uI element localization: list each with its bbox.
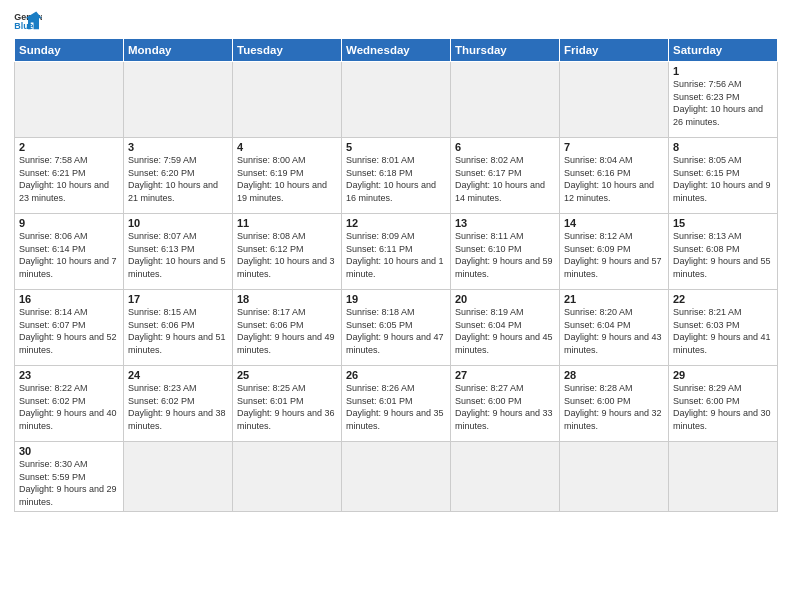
day-number: 2 <box>19 141 119 153</box>
calendar-cell: 5Sunrise: 8:01 AMSunset: 6:18 PMDaylight… <box>342 138 451 214</box>
day-info: Sunrise: 8:07 AMSunset: 6:13 PMDaylight:… <box>128 230 228 280</box>
day-number: 25 <box>237 369 337 381</box>
calendar-cell: 10Sunrise: 8:07 AMSunset: 6:13 PMDayligh… <box>124 214 233 290</box>
day-number: 17 <box>128 293 228 305</box>
calendar-cell: 6Sunrise: 8:02 AMSunset: 6:17 PMDaylight… <box>451 138 560 214</box>
logo-icon: General Blue <box>14 10 42 32</box>
calendar-cell: 15Sunrise: 8:13 AMSunset: 6:08 PMDayligh… <box>669 214 778 290</box>
calendar-cell <box>342 62 451 138</box>
weekday-header-friday: Friday <box>560 39 669 62</box>
day-info: Sunrise: 8:12 AMSunset: 6:09 PMDaylight:… <box>564 230 664 280</box>
day-number: 5 <box>346 141 446 153</box>
day-info: Sunrise: 8:04 AMSunset: 6:16 PMDaylight:… <box>564 154 664 204</box>
calendar-cell: 24Sunrise: 8:23 AMSunset: 6:02 PMDayligh… <box>124 366 233 442</box>
calendar-cell <box>124 442 233 512</box>
calendar-cell <box>451 62 560 138</box>
calendar-cell: 21Sunrise: 8:20 AMSunset: 6:04 PMDayligh… <box>560 290 669 366</box>
day-info: Sunrise: 8:11 AMSunset: 6:10 PMDaylight:… <box>455 230 555 280</box>
day-info: Sunrise: 8:05 AMSunset: 6:15 PMDaylight:… <box>673 154 773 204</box>
weekday-header-row: SundayMondayTuesdayWednesdayThursdayFrid… <box>15 39 778 62</box>
day-info: Sunrise: 8:06 AMSunset: 6:14 PMDaylight:… <box>19 230 119 280</box>
calendar-cell <box>451 442 560 512</box>
calendar-cell <box>233 62 342 138</box>
day-info: Sunrise: 8:29 AMSunset: 6:00 PMDaylight:… <box>673 382 773 432</box>
day-info: Sunrise: 8:18 AMSunset: 6:05 PMDaylight:… <box>346 306 446 356</box>
calendar-cell: 25Sunrise: 8:25 AMSunset: 6:01 PMDayligh… <box>233 366 342 442</box>
day-number: 20 <box>455 293 555 305</box>
week-row-4: 16Sunrise: 8:14 AMSunset: 6:07 PMDayligh… <box>15 290 778 366</box>
day-info: Sunrise: 8:25 AMSunset: 6:01 PMDaylight:… <box>237 382 337 432</box>
weekday-header-wednesday: Wednesday <box>342 39 451 62</box>
day-number: 18 <box>237 293 337 305</box>
weekday-header-thursday: Thursday <box>451 39 560 62</box>
calendar-cell: 14Sunrise: 8:12 AMSunset: 6:09 PMDayligh… <box>560 214 669 290</box>
day-info: Sunrise: 8:14 AMSunset: 6:07 PMDaylight:… <box>19 306 119 356</box>
week-row-2: 2Sunrise: 7:58 AMSunset: 6:21 PMDaylight… <box>15 138 778 214</box>
day-number: 16 <box>19 293 119 305</box>
calendar-cell: 9Sunrise: 8:06 AMSunset: 6:14 PMDaylight… <box>15 214 124 290</box>
day-number: 22 <box>673 293 773 305</box>
day-number: 19 <box>346 293 446 305</box>
weekday-header-sunday: Sunday <box>15 39 124 62</box>
day-info: Sunrise: 7:56 AMSunset: 6:23 PMDaylight:… <box>673 78 773 128</box>
calendar-cell <box>233 442 342 512</box>
calendar-cell: 1Sunrise: 7:56 AMSunset: 6:23 PMDaylight… <box>669 62 778 138</box>
calendar-cell: 20Sunrise: 8:19 AMSunset: 6:04 PMDayligh… <box>451 290 560 366</box>
weekday-header-monday: Monday <box>124 39 233 62</box>
day-info: Sunrise: 8:27 AMSunset: 6:00 PMDaylight:… <box>455 382 555 432</box>
calendar-cell: 16Sunrise: 8:14 AMSunset: 6:07 PMDayligh… <box>15 290 124 366</box>
calendar-cell <box>342 442 451 512</box>
day-info: Sunrise: 8:17 AMSunset: 6:06 PMDaylight:… <box>237 306 337 356</box>
calendar-cell <box>669 442 778 512</box>
day-number: 4 <box>237 141 337 153</box>
day-number: 8 <box>673 141 773 153</box>
calendar-cell: 29Sunrise: 8:29 AMSunset: 6:00 PMDayligh… <box>669 366 778 442</box>
calendar-cell: 19Sunrise: 8:18 AMSunset: 6:05 PMDayligh… <box>342 290 451 366</box>
day-number: 26 <box>346 369 446 381</box>
calendar-cell: 7Sunrise: 8:04 AMSunset: 6:16 PMDaylight… <box>560 138 669 214</box>
logo: General Blue <box>14 10 42 32</box>
calendar-cell: 11Sunrise: 8:08 AMSunset: 6:12 PMDayligh… <box>233 214 342 290</box>
page: General Blue SundayMondayTuesdayWednesda… <box>0 0 792 612</box>
day-number: 10 <box>128 217 228 229</box>
day-info: Sunrise: 7:58 AMSunset: 6:21 PMDaylight:… <box>19 154 119 204</box>
calendar-cell: 8Sunrise: 8:05 AMSunset: 6:15 PMDaylight… <box>669 138 778 214</box>
week-row-6: 30Sunrise: 8:30 AMSunset: 5:59 PMDayligh… <box>15 442 778 512</box>
day-number: 12 <box>346 217 446 229</box>
calendar-cell: 26Sunrise: 8:26 AMSunset: 6:01 PMDayligh… <box>342 366 451 442</box>
day-number: 13 <box>455 217 555 229</box>
day-info: Sunrise: 8:02 AMSunset: 6:17 PMDaylight:… <box>455 154 555 204</box>
day-number: 11 <box>237 217 337 229</box>
day-info: Sunrise: 8:22 AMSunset: 6:02 PMDaylight:… <box>19 382 119 432</box>
calendar-cell: 23Sunrise: 8:22 AMSunset: 6:02 PMDayligh… <box>15 366 124 442</box>
calendar-cell <box>560 62 669 138</box>
day-number: 15 <box>673 217 773 229</box>
day-info: Sunrise: 8:13 AMSunset: 6:08 PMDaylight:… <box>673 230 773 280</box>
day-info: Sunrise: 8:26 AMSunset: 6:01 PMDaylight:… <box>346 382 446 432</box>
calendar-cell: 2Sunrise: 7:58 AMSunset: 6:21 PMDaylight… <box>15 138 124 214</box>
header: General Blue <box>14 10 778 32</box>
day-number: 21 <box>564 293 664 305</box>
day-info: Sunrise: 8:00 AMSunset: 6:19 PMDaylight:… <box>237 154 337 204</box>
day-number: 1 <box>673 65 773 77</box>
calendar-cell: 3Sunrise: 7:59 AMSunset: 6:20 PMDaylight… <box>124 138 233 214</box>
calendar-cell <box>560 442 669 512</box>
week-row-1: 1Sunrise: 7:56 AMSunset: 6:23 PMDaylight… <box>15 62 778 138</box>
calendar-cell: 17Sunrise: 8:15 AMSunset: 6:06 PMDayligh… <box>124 290 233 366</box>
day-info: Sunrise: 8:01 AMSunset: 6:18 PMDaylight:… <box>346 154 446 204</box>
day-info: Sunrise: 8:21 AMSunset: 6:03 PMDaylight:… <box>673 306 773 356</box>
calendar-cell <box>15 62 124 138</box>
day-number: 23 <box>19 369 119 381</box>
day-number: 27 <box>455 369 555 381</box>
day-number: 24 <box>128 369 228 381</box>
day-info: Sunrise: 8:30 AMSunset: 5:59 PMDaylight:… <box>19 458 119 508</box>
calendar-cell: 30Sunrise: 8:30 AMSunset: 5:59 PMDayligh… <box>15 442 124 512</box>
day-number: 14 <box>564 217 664 229</box>
calendar-cell: 27Sunrise: 8:27 AMSunset: 6:00 PMDayligh… <box>451 366 560 442</box>
week-row-5: 23Sunrise: 8:22 AMSunset: 6:02 PMDayligh… <box>15 366 778 442</box>
day-info: Sunrise: 8:08 AMSunset: 6:12 PMDaylight:… <box>237 230 337 280</box>
week-row-3: 9Sunrise: 8:06 AMSunset: 6:14 PMDaylight… <box>15 214 778 290</box>
day-number: 3 <box>128 141 228 153</box>
day-info: Sunrise: 7:59 AMSunset: 6:20 PMDaylight:… <box>128 154 228 204</box>
day-number: 29 <box>673 369 773 381</box>
